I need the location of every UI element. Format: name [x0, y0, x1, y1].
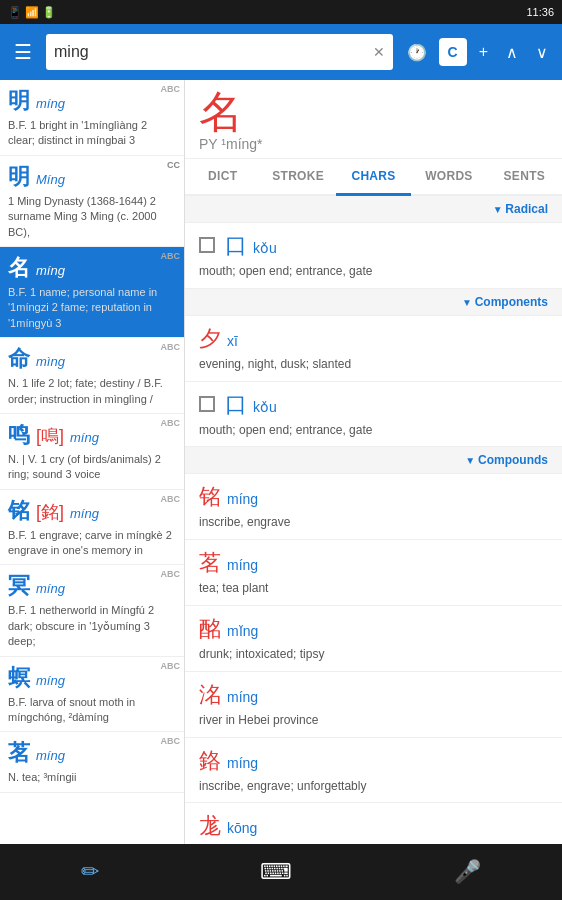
char-header: 名 PY ¹míng* — [185, 80, 562, 159]
list-item[interactable]: ABC 明míng B.F. 1 bright in '1mínglìàng 2… — [0, 80, 184, 156]
app-icons: 📱 📶 🔋 — [8, 6, 56, 19]
entry-body: B.F. larva of snout moth in míngchóng, ²… — [8, 695, 176, 726]
ci-pinyin: kǒu — [253, 240, 277, 256]
char-item-header: 夕 xī — [199, 324, 548, 354]
entry-pinyin: míng — [36, 581, 65, 596]
section-header[interactable]: Radical — [185, 196, 562, 223]
entry-hanzi: 命 — [8, 344, 30, 374]
list-item[interactable]: ABC 螟míng B.F. larva of snout moth in mí… — [0, 657, 184, 733]
tab-stroke[interactable]: STROKE — [260, 159, 335, 194]
ci-hanzi: 口 — [225, 231, 247, 261]
entry-body: 1 Ming Dynasty (1368-1644) 2 surname Min… — [8, 194, 176, 240]
entry-hanzi: 名 — [8, 253, 30, 283]
entry-label: ABC — [161, 251, 181, 261]
char-item-header: 铭 míng — [199, 482, 548, 512]
char-item[interactable]: 夕 xī evening, night, dusk; slanted — [185, 316, 562, 382]
checkbox-icon — [199, 396, 215, 412]
mic-button[interactable]: 🎤 — [438, 851, 497, 893]
entry-hanzi: 茗 — [8, 738, 30, 768]
entry-body: N. 1 life 2 lot; fate; destiny / B.F. or… — [8, 376, 176, 407]
char-item-header: 茗 míng — [199, 548, 548, 578]
section-header[interactable]: Compounds — [185, 447, 562, 474]
entry-body: N. tea; ³míngii — [8, 770, 176, 785]
ci-def: inscribe, engrave; unforgettably — [199, 778, 548, 795]
entry-body: B.F. 1 engrave; carve in míngkè 2 engrav… — [8, 528, 176, 559]
char-item[interactable]: 洺 míng river in Hebei province — [185, 672, 562, 738]
ci-def: evening, night, dusk; slanted — [199, 356, 548, 373]
bottom-bar: ✏ ⌨ 🎤 — [0, 844, 562, 900]
ci-hanzi: 尨 — [199, 811, 221, 841]
entry-hanzi: 铭 — [8, 496, 30, 526]
up-button[interactable]: ∧ — [500, 39, 524, 66]
left-panel: ABC 明míng B.F. 1 bright in '1mínglìàng 2… — [0, 80, 185, 844]
ci-hanzi: 酩 — [199, 614, 221, 644]
pen-button[interactable]: ✏ — [65, 851, 115, 893]
entry-pinyin: míng — [70, 506, 99, 521]
c-badge[interactable]: C — [439, 38, 467, 66]
char-item[interactable]: 鉻 míng inscribe, engrave; unforgettably — [185, 738, 562, 804]
tab-sents[interactable]: SENTS — [487, 159, 562, 194]
char-item[interactable]: 口 kǒu mouth; open end; entrance, gate — [185, 223, 562, 289]
entry-pinyin: míng — [36, 748, 65, 763]
char-item[interactable]: 铭 míng inscribe, engrave — [185, 474, 562, 540]
list-item[interactable]: ABC 名míng B.F. 1 name; personal name in … — [0, 247, 184, 338]
char-item-header: 口 kǒu — [199, 390, 548, 420]
down-button[interactable]: ∨ — [530, 39, 554, 66]
ci-def: drunk; intoxicated; tipsy — [199, 646, 548, 663]
top-bar: ☰ ✕ 🕐 C + ∧ ∨ — [0, 24, 562, 80]
ci-hanzi: 洺 — [199, 680, 221, 710]
char-item-header: 口 kǒu — [199, 231, 548, 261]
char-pinyin: PY ¹míng* — [199, 136, 548, 152]
history-button[interactable]: 🕐 — [401, 39, 433, 66]
tab-words[interactable]: WORDS — [411, 159, 486, 194]
entry-label: ABC — [161, 84, 181, 94]
search-input[interactable] — [54, 43, 373, 61]
list-item[interactable]: ABC 命mìng N. 1 life 2 lot; fate; destiny… — [0, 338, 184, 414]
section-header[interactable]: Components — [185, 289, 562, 316]
keyboard-button[interactable]: ⌨ — [244, 851, 308, 893]
entry-body: B.F. 1 name; personal name in '1míngzi 2… — [8, 285, 176, 331]
entry-pinyin: mìng — [36, 354, 65, 369]
char-item[interactable]: 尨 kōng big; great; vast, very, liberal, … — [185, 803, 562, 844]
ci-def: tea; tea plant — [199, 580, 548, 597]
char-item-header: 鉻 míng — [199, 746, 548, 776]
main-area: ABC 明míng B.F. 1 bright in '1mínglìàng 2… — [0, 80, 562, 844]
char-item[interactable]: 茗 míng tea; tea plant — [185, 540, 562, 606]
ci-pinyin: míng — [227, 755, 258, 771]
char-item[interactable]: 口 kǒu mouth; open end; entrance, gate — [185, 382, 562, 448]
list-item[interactable]: ABC 茗míng N. tea; ³míngii — [0, 732, 184, 792]
status-left-icons: 📱 📶 🔋 — [8, 6, 56, 19]
ci-def: mouth; open end; entrance, gate — [199, 263, 548, 280]
ci-pinyin: míng — [227, 491, 258, 507]
entry-hanzi-alt: [鳴] — [36, 424, 64, 448]
clear-button[interactable]: ✕ — [373, 44, 385, 60]
menu-button[interactable]: ☰ — [8, 34, 38, 70]
ci-hanzi: 口 — [225, 390, 247, 420]
list-item[interactable]: ABC 鸣[鳴]míng N. | V. 1 cry (of birds/ani… — [0, 414, 184, 490]
entry-pinyin: míng — [36, 673, 65, 688]
entry-label: CC — [167, 160, 180, 170]
entry-body: B.F. 1 bright in '1mínglìàng 2 clear; di… — [8, 118, 176, 149]
ci-pinyin: kǒu — [253, 399, 277, 415]
ci-hanzi: 茗 — [199, 548, 221, 578]
list-item[interactable]: ABC 冥míng B.F. 1 netherworld in Míngfú 2… — [0, 565, 184, 656]
char-item[interactable]: 酩 mǐng drunk; intoxicated; tipsy — [185, 606, 562, 672]
add-button[interactable]: + — [473, 39, 494, 65]
list-item[interactable]: ABC 铭[銘]míng B.F. 1 engrave; carve in mí… — [0, 490, 184, 566]
ci-hanzi: 铭 — [199, 482, 221, 512]
tab-dict[interactable]: DICT — [185, 159, 260, 194]
entry-pinyin: míng — [70, 430, 99, 445]
search-box: ✕ — [46, 34, 393, 70]
list-item[interactable]: CC 明Míng 1 Ming Dynasty (1368-1644) 2 su… — [0, 156, 184, 247]
ci-pinyin: kōng — [227, 820, 257, 836]
entry-pinyin: míng — [36, 96, 65, 111]
char-item-header: 洺 míng — [199, 680, 548, 710]
entry-hanzi: 冥 — [8, 571, 30, 601]
ci-pinyin: míng — [227, 689, 258, 705]
entry-hanzi: 明 — [8, 162, 30, 192]
entry-pinyin: míng — [36, 263, 65, 278]
entry-label: ABC — [161, 494, 181, 504]
tab-chars[interactable]: CHARS — [336, 159, 411, 196]
entry-hanzi: 螟 — [8, 663, 30, 693]
right-panel: 名 PY ¹míng* DICTSTROKECHARSWORDSSENTS Ra… — [185, 80, 562, 844]
